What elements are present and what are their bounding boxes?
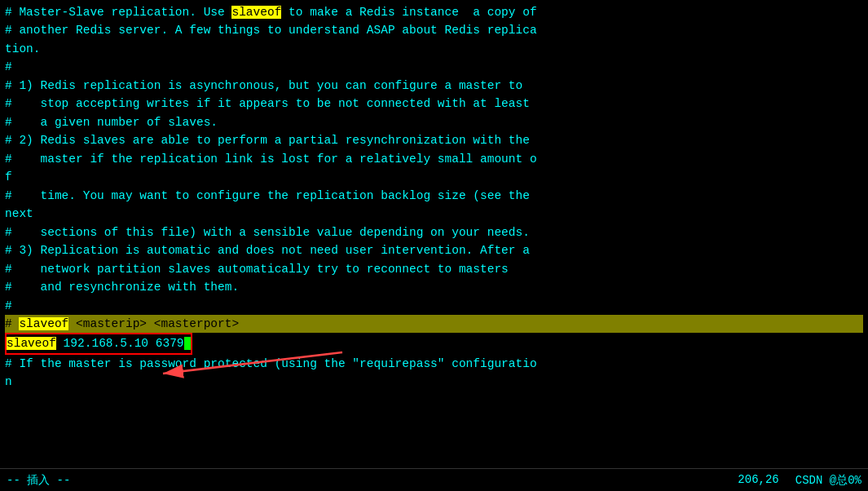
editor-container: # Master-Slave replication. Use slaveof … (0, 0, 868, 491)
line-21: n (5, 373, 863, 391)
line20-text: # If the master is password protected (u… (5, 357, 537, 370)
status-right: 206,26 CSDN @总0% (738, 473, 861, 488)
line15-text: # network partition slaves automatically… (5, 263, 509, 276)
line-8: # 2) Redis slaves are able to perform a … (5, 131, 863, 149)
line-1: # Master-Slave replication. Use slaveof … (5, 3, 863, 21)
line-19-slaveof-actual: slaveof 192.168.5.10 6379 (5, 333, 863, 354)
line-6: # stop accepting writes if it appears to… (5, 95, 863, 113)
line6-text: # stop accepting writes if it appears to… (5, 97, 530, 110)
line-5: # 1) Redis replication is asynchronous, … (5, 77, 863, 95)
line-3: tion. (5, 40, 863, 58)
insert-mode-label: -- 插入 -- (7, 473, 70, 488)
line-10: f (5, 168, 863, 186)
line19-cursor (184, 337, 192, 350)
line7-text: # a given number of slaves. (5, 116, 218, 129)
line16-text: # and resynchronize with them. (5, 281, 239, 294)
line2-text: # another Redis server. A few things to … (5, 24, 537, 37)
status-bar: -- 插入 -- 206,26 CSDN @总0% (0, 468, 868, 491)
cursor-position: 206,26 (738, 473, 778, 488)
line-15: # network partition slaves automatically… (5, 260, 863, 278)
line-9: # master if the replication link is lost… (5, 150, 863, 168)
line1-text2: to make a Redis instance a copy of (281, 6, 536, 19)
line11-text: # time. You may want to configure the re… (5, 189, 530, 202)
line10-text: f (5, 170, 12, 184)
line9-text: # master if the replication link is lost… (5, 153, 537, 166)
editor-content: # Master-Slave replication. Use slaveof … (0, 0, 868, 468)
line12-text: next (5, 207, 33, 220)
line5-text: # 1) Redis replication is asynchronous, … (5, 79, 522, 92)
line18-slaveof: slaveof (19, 317, 68, 330)
line-2: # another Redis server. A few things to … (5, 21, 863, 39)
line-20: # If the master is password protected (u… (5, 355, 863, 373)
line19-ip-port: 192.168.5.10 6379 (56, 337, 184, 350)
line21-text: n (5, 375, 12, 388)
line3-text: tion. (5, 42, 41, 55)
line8-text: # 2) Redis slaves are able to perform a … (5, 134, 530, 147)
line18-hash: # (5, 317, 19, 330)
line-13: # sections of this file) with a sensible… (5, 223, 863, 241)
line17-text: # (5, 299, 12, 312)
line-7: # a given number of slaves. (5, 113, 863, 131)
line-11: # time. You may want to configure the re… (5, 187, 863, 205)
line13-text: # sections of this file) with a sensible… (5, 226, 530, 239)
line-18-slaveof-comment: # slaveof <masterip> <masterport> (5, 315, 863, 333)
line1-slaveof-highlight: slaveof (231, 6, 281, 19)
branding: CSDN @总0% (795, 473, 861, 488)
line-14: # 3) Replication is automatic and does n… (5, 241, 863, 259)
line19-slaveof-keyword: slaveof (7, 337, 56, 350)
line1-text1: # Master-Slave replication. Use (5, 6, 231, 19)
line-12: next (5, 205, 863, 223)
line18-rest: <masterip> <masterport> (68, 317, 239, 330)
line4-text: # (5, 60, 12, 73)
line-4: # (5, 58, 863, 76)
line14-text: # 3) Replication is automatic and does n… (5, 244, 530, 257)
line-17: # (5, 297, 863, 315)
line-16: # and resynchronize with them. (5, 278, 863, 296)
slaveof-command-box: slaveof 192.168.5.10 6379 (5, 333, 192, 354)
